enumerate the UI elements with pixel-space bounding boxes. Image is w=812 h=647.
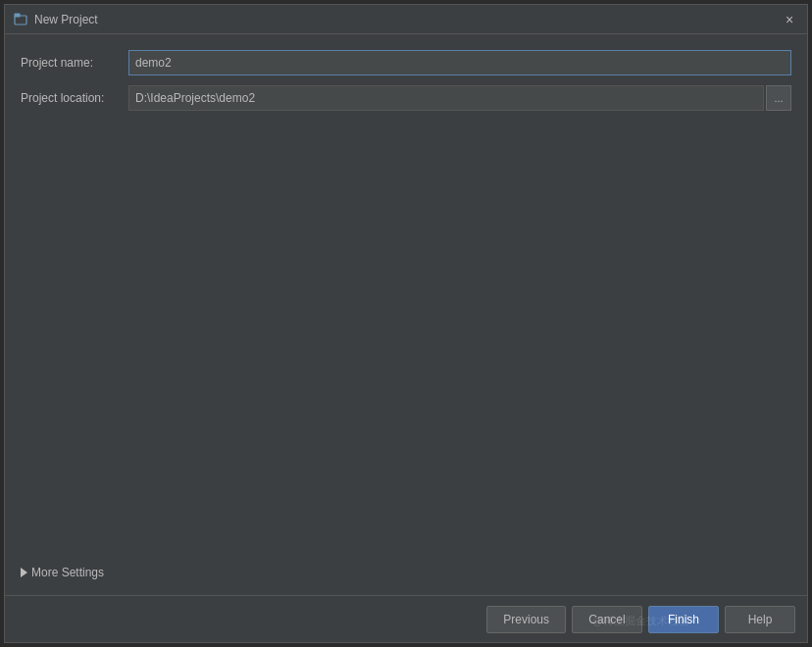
project-location-label: Project location:: [21, 91, 128, 105]
previous-button[interactable]: Previous: [486, 606, 566, 633]
project-name-input[interactable]: [128, 50, 791, 75]
more-settings-toggle[interactable]: More Settings: [21, 562, 791, 583]
dialog-title: New Project: [34, 13, 98, 26]
location-field-group: ...: [128, 85, 791, 111]
title-bar-left: New Project: [13, 12, 98, 27]
project-location-row: Project location: ...: [21, 85, 791, 111]
cancel-button[interactable]: Cancel: [572, 606, 642, 633]
finish-button[interactable]: Finish: [648, 606, 719, 633]
svg-rect-1: [15, 14, 20, 17]
content-spacer: [21, 121, 791, 562]
new-project-dialog: New Project × Project name: Project loca…: [4, 4, 808, 643]
browse-button[interactable]: ...: [766, 85, 791, 111]
project-location-input[interactable]: [128, 85, 764, 111]
collapse-icon: [21, 568, 27, 577]
title-bar: New Project ×: [5, 5, 807, 34]
project-icon: [13, 12, 28, 27]
help-button[interactable]: Help: [725, 606, 795, 633]
dialog-footer: Previous Cancel Finish Help: [5, 595, 807, 642]
project-name-row: Project name:: [21, 50, 791, 75]
dialog-content: Project name: Project location: ... More…: [5, 34, 807, 595]
close-button[interactable]: ×: [780, 10, 799, 29]
project-name-label: Project name:: [21, 56, 128, 70]
more-settings-label: More Settings: [31, 566, 104, 579]
